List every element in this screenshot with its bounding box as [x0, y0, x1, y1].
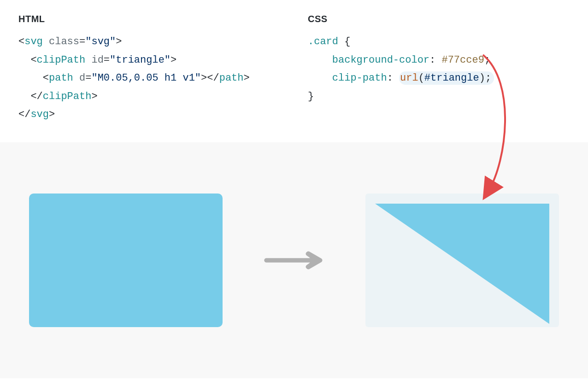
css-code-block: .card { background-color: #77cce9; clip-… — [308, 33, 570, 106]
code-text — [43, 36, 49, 47]
code-text: = — [104, 54, 110, 66]
code-text: #77cce9 — [441, 54, 484, 66]
code-text: </ — [30, 91, 42, 102]
code-text: < — [30, 54, 36, 66]
code-text — [85, 54, 91, 66]
clipped-triangle — [365, 194, 559, 327]
code-text: > — [201, 72, 207, 84]
code-text: "triangle" — [110, 54, 171, 66]
code-text: : — [429, 54, 441, 66]
code-text: > — [171, 54, 176, 66]
html-column: HTML <svg class="svg"> <clipPath id="tri… — [18, 14, 280, 124]
code-text: class — [49, 36, 79, 47]
code-text: ; — [484, 54, 490, 66]
code-text: ; — [485, 72, 491, 84]
code-text: "M0.05,0.05 h1 v1" — [91, 72, 201, 84]
css-heading: CSS — [308, 14, 570, 24]
code-text: clipPath — [37, 54, 86, 66]
code-text: ) — [479, 72, 485, 84]
code-text: } — [308, 91, 314, 102]
code-text: svg — [24, 36, 43, 47]
html-code-block: <svg class="svg"> <clipPath id="triangle… — [18, 33, 280, 124]
card-after — [365, 194, 559, 327]
code-text: clipPath — [43, 91, 92, 102]
code-section: HTML <svg class="svg"> <clipPath id="tri… — [0, 0, 588, 142]
code-text: url — [400, 72, 418, 84]
code-text: < — [18, 36, 24, 47]
code-text: "svg" — [85, 36, 116, 47]
code-text: ( — [418, 72, 424, 84]
code-text: > — [116, 36, 122, 47]
html-heading: HTML — [18, 14, 280, 24]
code-text: background-color — [332, 54, 429, 66]
code-text: < — [43, 72, 49, 84]
code-text: </ — [18, 109, 30, 120]
code-text: > — [49, 109, 55, 120]
code-text: #triangle — [424, 72, 479, 84]
highlighted-code: url(#triangle); — [399, 71, 494, 85]
css-column: CSS .card { background-color: #77cce9; c… — [308, 14, 570, 124]
code-text: > — [244, 72, 250, 84]
code-text: .card — [308, 36, 338, 47]
demo-section — [0, 142, 588, 378]
code-text: { — [338, 36, 350, 47]
code-text: clip-path — [332, 72, 387, 84]
code-text: path — [219, 72, 244, 84]
code-text — [73, 72, 79, 84]
code-text: : — [387, 72, 399, 84]
code-text: id — [91, 54, 103, 66]
code-text: = — [79, 36, 85, 47]
code-text: </ — [207, 72, 219, 84]
arrow-right-icon — [264, 251, 324, 270]
code-text: svg — [30, 109, 49, 120]
code-text: d — [79, 72, 85, 84]
code-text: = — [85, 72, 91, 84]
code-text: > — [91, 91, 97, 102]
card-before — [29, 194, 223, 327]
code-text: path — [49, 72, 73, 84]
